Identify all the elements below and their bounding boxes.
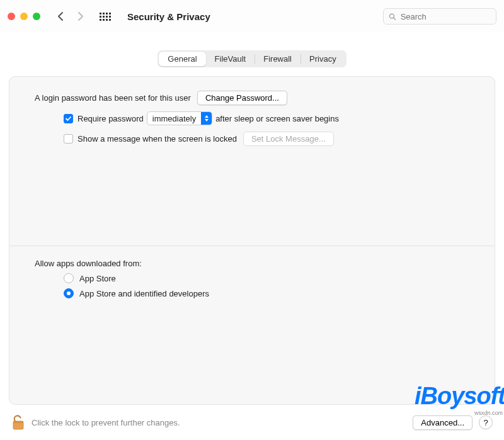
tab-general[interactable]: General — [159, 52, 205, 66]
tab-bar: General FileVault Firewall Privacy — [158, 50, 346, 67]
radio-app-store-identified-label: App Store and identified developers — [79, 289, 209, 298]
show-message-checkbox[interactable] — [64, 134, 73, 144]
lock-hint-text: Click the lock to prevent further change… — [32, 418, 180, 427]
maximize-window-button[interactable] — [33, 13, 40, 20]
minimize-window-button[interactable] — [20, 13, 28, 20]
tab-filevault[interactable]: FileVault — [206, 52, 255, 66]
svg-line-1 — [394, 18, 396, 20]
search-field[interactable] — [383, 8, 496, 25]
login-password-set-text: A login password has been set for this u… — [35, 93, 191, 103]
password-delay-value: immediately — [147, 114, 201, 123]
svg-rect-3 — [13, 421, 23, 423]
require-password-checkbox[interactable] — [64, 114, 73, 123]
close-window-button[interactable] — [8, 13, 15, 20]
show-message-label: Show a message when the screen is locked — [77, 134, 237, 144]
search-icon — [389, 13, 396, 21]
password-delay-select[interactable]: immediately — [147, 111, 212, 125]
help-button[interactable]: ? — [479, 415, 493, 429]
require-password-label: Require password — [77, 114, 144, 123]
tab-privacy[interactable]: Privacy — [301, 52, 345, 66]
watermark-sub: wsxdn.com — [474, 410, 503, 416]
search-input[interactable] — [399, 11, 491, 22]
general-panel: A login password has been set for this u… — [9, 76, 495, 405]
tab-firewall[interactable]: Firewall — [255, 52, 301, 66]
radio-app-store[interactable] — [64, 273, 74, 283]
watermark-logo: iBoysoft — [415, 383, 504, 410]
change-password-button[interactable]: Change Password... — [197, 91, 287, 105]
advanced-button[interactable]: Advanced... — [413, 415, 472, 430]
set-lock-message-button: Set Lock Message... — [243, 132, 334, 146]
back-button[interactable] — [53, 9, 68, 24]
allow-apps-heading: Allow apps downloaded from: — [35, 259, 469, 268]
stepper-icon — [201, 112, 212, 125]
all-preferences-icon[interactable] — [100, 13, 111, 21]
lock-icon[interactable] — [11, 414, 25, 431]
radio-app-store-identified[interactable] — [64, 288, 74, 298]
forward-button — [73, 9, 88, 24]
after-sleep-text: after sleep or screen saver begins — [215, 114, 339, 123]
window-title: Security & Privacy — [127, 11, 210, 22]
radio-app-store-label: App Store — [79, 274, 116, 283]
